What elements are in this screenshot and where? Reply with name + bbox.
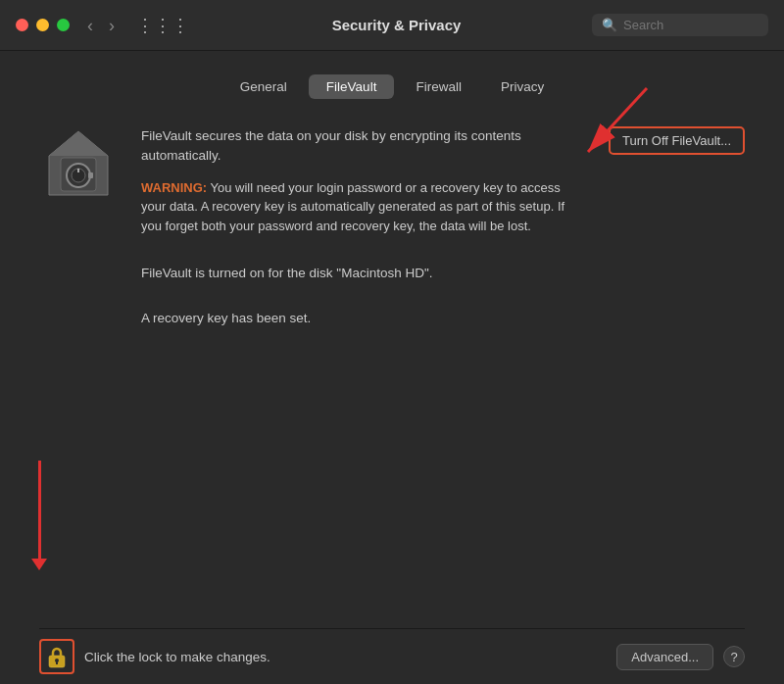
disk-info-text: FileVault is turned on for the disk "Mac…	[141, 263, 745, 285]
search-input[interactable]	[623, 18, 759, 32]
tabs-container: General FileVault Firewall Privacy	[39, 74, 745, 99]
bottom-bar: Click the lock to make changes. Advanced…	[39, 628, 745, 684]
tab-general[interactable]: General	[222, 74, 305, 99]
warning-label: WARNING:	[141, 180, 207, 195]
lock-icon	[45, 645, 69, 668]
main-content: General FileVault Firewall Privacy	[0, 51, 784, 684]
panel-description: FileVault secures the data on your disk …	[141, 126, 585, 235]
close-button[interactable]	[16, 19, 28, 31]
back-button[interactable]: ‹	[81, 15, 99, 36]
app-grid-icon[interactable]: ⋮⋮⋮	[136, 15, 189, 36]
filevault-icon	[39, 126, 118, 205]
panel-info: FileVault is turned on for the disk "Mac…	[141, 263, 745, 330]
tab-filevault[interactable]: FileVault	[309, 74, 395, 99]
search-box[interactable]: 🔍	[592, 14, 768, 36]
description-text: FileVault secures the data on your disk …	[141, 126, 585, 167]
filevault-panel: FileVault secures the data on your disk …	[39, 126, 745, 628]
navigation-buttons: ‹ ›	[81, 15, 121, 36]
advanced-button[interactable]: Advanced...	[616, 644, 713, 670]
help-button[interactable]: ?	[723, 646, 745, 667]
turn-off-filevault-button[interactable]: Turn Off FileVault...	[609, 126, 745, 155]
minimize-button[interactable]	[36, 19, 49, 31]
lock-label: Click the lock to make changes.	[84, 650, 607, 664]
svg-marker-1	[49, 131, 108, 156]
svg-rect-6	[88, 172, 93, 178]
titlebar: ‹ › ⋮⋮⋮ Security & Privacy 🔍	[0, 0, 784, 51]
svg-rect-9	[56, 661, 58, 664]
warning-text: WARNING: You will need your login passwo…	[141, 178, 585, 236]
lock-button[interactable]	[39, 639, 74, 674]
panel-top: FileVault secures the data on your disk …	[39, 126, 745, 235]
window-title: Security & Privacy	[201, 17, 592, 33]
tab-privacy[interactable]: Privacy	[483, 74, 562, 99]
forward-button[interactable]: ›	[103, 15, 121, 36]
search-icon: 🔍	[602, 18, 617, 32]
recovery-key-text: A recovery key has been set.	[141, 308, 745, 330]
tab-firewall[interactable]: Firewall	[398, 74, 479, 99]
fullscreen-button[interactable]	[57, 19, 70, 31]
traffic-lights	[16, 19, 70, 31]
annotation-arrow-down	[31, 461, 47, 570]
